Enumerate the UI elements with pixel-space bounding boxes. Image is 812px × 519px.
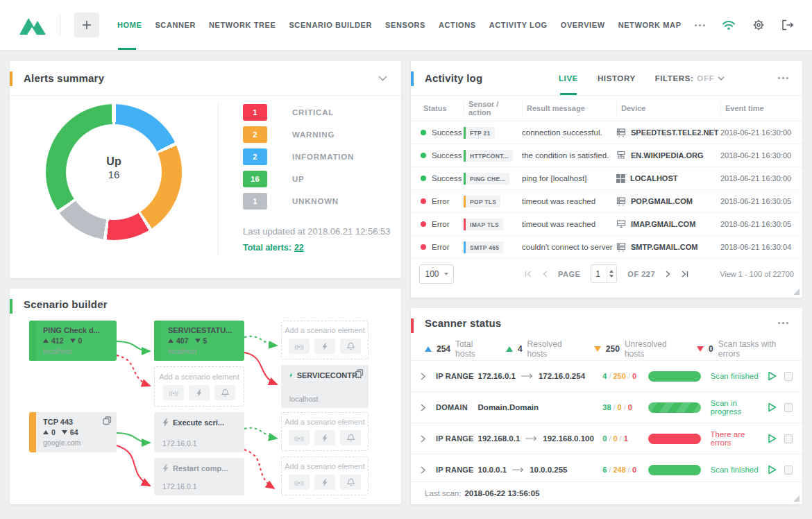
collapse-chevron-icon[interactable] [378,76,387,81]
add-button[interactable] [74,12,99,37]
sensor-icon[interactable]: ((•)) [289,475,310,490]
chevron-right-icon[interactable] [421,466,436,474]
notification-bell-icon[interactable] [340,475,361,490]
spinner[interactable] [607,265,616,282]
table-row[interactable]: Success FTP 21 connection successful. SP… [411,121,802,144]
play-button[interactable] [768,434,784,443]
resize-handle[interactable] [793,495,800,502]
progress-bar [648,402,700,413]
play-button[interactable] [768,402,784,412]
sensor-badge[interactable]: IMAP TLS [464,219,503,230]
tab-live[interactable]: LIVE [559,61,578,95]
nav-item-network-map[interactable]: NETWORK MAP [618,0,682,50]
sensor-badge[interactable]: PING CHE... [464,173,509,185]
device-link[interactable]: SPEEDTEST.TELE2.NET [616,128,720,137]
scenario-node-servicestatus[interactable]: SERVICESTATU... 4075 localhost [154,321,244,361]
device-link[interactable]: EN.WIKIPEDIA.ORG [616,151,720,160]
nav-item-scenario-builder[interactable]: SCENARIO BUILDER [289,0,372,50]
action-lightning-icon[interactable] [314,339,335,354]
notification-bell-icon[interactable] [340,339,361,354]
scan-task-row[interactable]: DOMAIN Domain.Domain 3800 Scan in progre… [411,391,802,423]
scan-task-row[interactable]: IP RANGE 10.0.0.110.0.0.255 62480 Scan f… [411,454,802,485]
legend-item[interactable]: 2 WARNING [243,124,391,146]
table-row[interactable]: Error SMTP 465 couldn't connect to serve… [411,236,802,259]
prev-page-button[interactable] [543,271,548,278]
panel-menu-icon[interactable] [778,319,788,327]
last-updated-text: Last updated at 2018.06.21 12:56:53 [243,226,391,237]
nav-item-home[interactable]: HOME [117,0,142,50]
sensor-badge[interactable]: SMTP 465 [464,241,503,253]
add-scenario-element[interactable]: Add a scenario element ((•)) [281,412,369,451]
stat-unresolved-hosts: 250Unresolved hosts [594,339,678,359]
chevron-right-icon[interactable] [421,435,436,443]
page-number-input[interactable] [591,269,607,279]
scenario-node-execute-script[interactable]: Execute scri... 172.16.0.1 [154,412,244,452]
nav-item-network-tree[interactable]: NETWORK TREE [209,0,276,50]
column-header: Event time [720,101,794,115]
chevron-right-icon[interactable] [421,373,436,380]
sensor-badge[interactable]: HTTPCONT... [464,150,513,162]
add-scenario-element[interactable]: Add a scenario element ((•)) [154,366,244,407]
app-logo[interactable] [18,14,47,36]
last-page-button[interactable] [681,271,688,278]
scenario-node-restart-computer[interactable]: Restart comp... 172.16.0.1 [154,458,244,495]
sensor-icon[interactable]: ((•)) [289,339,310,354]
legend-item[interactable]: 16 UP [243,168,391,190]
checkbox[interactable] [784,434,793,443]
table-row[interactable]: Error POP TLS timeout was reached POP.GM… [411,190,802,213]
nav-item-activity-log[interactable]: ACTIVITY LOG [489,0,548,50]
clone-icon[interactable] [103,416,112,425]
legend-item[interactable]: 1 CRITICAL [243,101,391,124]
checkbox[interactable] [784,372,793,381]
sensor-badge[interactable]: FTP 21 [464,127,495,139]
add-scenario-element[interactable]: Add a scenario element ((•)) [281,457,369,495]
logout-icon[interactable] [781,19,794,31]
nav-item-actions[interactable]: ACTIONS [439,0,476,50]
action-lightning-icon[interactable] [189,385,210,400]
action-lightning-icon[interactable] [314,475,335,490]
action-lightning-icon[interactable] [314,430,335,445]
sensor-icon[interactable]: ((•)) [163,385,184,400]
device-link[interactable]: IMAP.GMAIL.COM [616,219,720,229]
scenario-node-ping[interactable]: PING Check d... 4120 localhost [29,321,117,361]
scenario-node-tcp[interactable]: TCP 443 064 google.com [29,412,117,452]
checkbox[interactable] [784,403,793,412]
nav-item-scanner[interactable]: SCANNER [155,0,196,50]
filters-toggle[interactable]: FILTERS: OFF [655,74,725,83]
scenario-node-servicecontrol[interactable]: SERVICECONTR.. localhost [281,365,369,408]
add-scenario-element[interactable]: Add a scenario element ((•)) [281,321,369,359]
panel-title: Scanner status [425,317,501,329]
sensor-badge[interactable]: POP TLS [464,196,500,207]
checkbox[interactable] [784,466,793,475]
node-host: localhost [168,347,237,355]
legend-item[interactable]: 1 UNKNOWN [243,190,391,212]
device-link[interactable]: LOCALHOST [616,174,720,183]
nav-item-overview[interactable]: OVERVIEW [561,0,605,50]
sensor-icon[interactable]: ((•)) [289,430,310,445]
scan-task-row[interactable]: IP RANGE 172.16.0.1172.16.0.254 42500 Sc… [411,360,802,391]
more-menu-icon[interactable] [695,22,705,29]
scan-task-row[interactable]: IP RANGE 192.168.0.1192.168.0.100 001 Th… [411,423,802,454]
page-size-select[interactable]: 100 [419,264,454,284]
wifi-icon[interactable] [722,19,736,31]
resize-handle[interactable] [793,289,800,295]
clone-icon[interactable] [355,369,364,378]
play-button[interactable] [768,465,784,475]
play-button[interactable] [768,371,784,381]
legend-item[interactable]: 2 INFORMATION [243,146,391,168]
nav-item-sensors[interactable]: SENSORS [385,0,425,50]
next-page-button[interactable] [666,271,670,278]
table-row[interactable]: Success PING CHE... ping for [localhost]… [411,167,802,190]
device-link[interactable]: POP.GMAIL.COM [616,196,720,206]
device-link[interactable]: SMTP.GMAIL.COM [616,242,720,252]
chevron-right-icon[interactable] [421,404,436,411]
notification-bell-icon[interactable] [214,385,235,400]
table-row[interactable]: Error IMAP TLS timeout was reached IMAP.… [411,213,802,236]
first-page-button[interactable] [525,271,532,278]
notification-bell-icon[interactable] [340,430,361,445]
table-row[interactable]: Success HTTPCONT... the condition is sat… [411,144,802,167]
host-counts: 62480 [602,466,648,474]
tab-history[interactable]: HISTORY [598,61,636,95]
gear-icon[interactable] [752,19,765,31]
panel-menu-icon[interactable] [778,74,788,82]
